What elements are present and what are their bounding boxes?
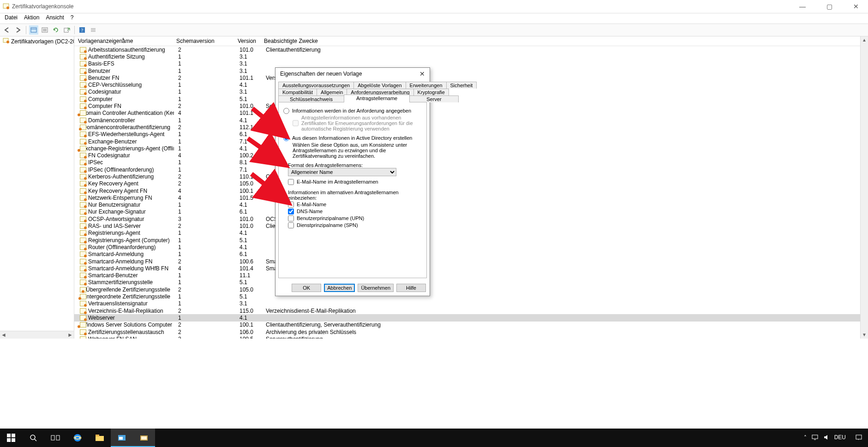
tab-subjectname[interactable]: Antragstellername — [344, 95, 410, 102]
tab-general[interactable]: Allgemein — [317, 89, 347, 95]
checkbox-san-spn-label: Dienstprinzipalname (SPN) — [297, 222, 358, 228]
cell-name: Computer — [88, 96, 113, 102]
checkbox-email-in-subject[interactable] — [288, 179, 294, 185]
col-header-schema[interactable]: Schemaversion — [173, 37, 234, 45]
subject-name-format-select[interactable]: Allgemeiner Name — [288, 168, 396, 176]
ad-note: Wählen Sie diese Option aus, um Konsiste… — [293, 142, 422, 159]
cell-name: OCSP-Antwortsignatur — [88, 216, 144, 222]
scroll-left-icon[interactable]: ◄ — [0, 332, 7, 338]
cert-icon — [80, 160, 86, 165]
menu-help[interactable]: ? — [71, 14, 74, 24]
col-header-purpose[interactable]: Beabsichtigte Zwecke — [260, 37, 868, 45]
cert-icon — [80, 202, 86, 208]
svg-point-15 — [6, 41, 9, 43]
svg-rect-35 — [812, 435, 818, 439]
toolbar-help-button[interactable]: ? — [78, 25, 87, 35]
menu-file[interactable]: Datei — [5, 14, 18, 24]
tab-security[interactable]: Sicherheit — [446, 82, 477, 89]
search-button[interactable] — [22, 429, 44, 447]
cell-name: Domänencontrollerauthentifizierung — [83, 124, 170, 131]
window-minimize-button[interactable]: — — [793, 3, 812, 10]
col-header-name[interactable]: ▲ Vorlagenanzeigename — [74, 37, 173, 45]
scroll-down-icon[interactable]: ▼ — [861, 331, 868, 339]
checkbox-san-email-label: E-Mail-Name — [297, 202, 326, 207]
checkbox-reuse-subject — [293, 115, 299, 131]
tab-superseded[interactable]: Abgelöste Vorlagen — [353, 82, 406, 89]
cert-icon — [80, 47, 86, 53]
cert-icon — [80, 251, 86, 257]
menu-action[interactable]: Aktion — [24, 14, 39, 24]
list-body[interactable]: Arbeitsstationsauthentifizierung2101.0Cl… — [74, 46, 868, 339]
task-view-button[interactable] — [44, 429, 66, 447]
cancel-button[interactable]: Abbrechen — [324, 284, 355, 292]
nav-forward-button[interactable] — [14, 25, 23, 35]
format-label: Format des Antragstellernamens: — [288, 162, 422, 168]
svg-rect-30 — [96, 435, 99, 436]
tab-crypto[interactable]: Kryptografie — [413, 89, 449, 95]
taskbar-ie-button[interactable] — [66, 429, 89, 447]
cell-purpose: Clientauthentifizierung — [262, 46, 868, 54]
tray-lang[interactable]: DEU — [834, 435, 846, 441]
tab-issuance[interactable]: Ausstellungsvoraussetzungen — [278, 82, 354, 89]
cell-purpose — [262, 56, 868, 58]
tray-up-icon[interactable]: ˄ — [804, 435, 807, 441]
cert-icon — [80, 118, 86, 123]
cell-name: Registrierungs-Agent — [88, 230, 140, 236]
checkbox-san-spn[interactable] — [288, 222, 294, 228]
table-row[interactable]: Webserver FN SAN2100.5Serverauthentifizi… — [74, 335, 868, 339]
window-close-button[interactable]: ✕ — [847, 3, 865, 10]
cert-icon — [80, 82, 86, 88]
cell-name: Webserver FN SAN — [88, 336, 137, 339]
scroll-right-icon[interactable]: ► — [66, 332, 74, 338]
toolbar-view-button[interactable] — [29, 25, 38, 35]
dialog-button-bar: OK Abbrechen Übernehmen Hilfe — [275, 281, 430, 296]
svg-rect-22 — [12, 438, 15, 442]
tab-extensions[interactable]: Erweiterungen — [406, 82, 447, 89]
cell-name: Key Recovery Agent — [88, 180, 138, 187]
tree-root-item[interactable]: Zertifikatvorlagen (DC2-2016.AD — [0, 36, 74, 46]
cell-name: Benutzer FN — [88, 75, 119, 81]
tab-server[interactable]: Server — [409, 95, 458, 102]
toolbar-export-button[interactable] — [62, 25, 72, 35]
cert-icon — [80, 259, 86, 264]
taskbar-app1-button[interactable] — [111, 429, 133, 447]
cert-icon — [80, 238, 86, 243]
taskbar-explorer-button[interactable] — [89, 429, 111, 447]
radio-supply-in-request[interactable] — [283, 108, 289, 114]
toolbar-refresh-button[interactable] — [51, 25, 60, 35]
checkbox-san-email[interactable] — [288, 202, 294, 208]
tab-compat[interactable]: Kompatibilität — [278, 89, 317, 95]
checkbox-san-dns[interactable] — [288, 209, 294, 215]
dialog-close-button[interactable]: ✕ — [418, 70, 427, 77]
tray-sound-icon[interactable] — [823, 434, 830, 442]
tray-notifications-icon[interactable] — [855, 434, 862, 442]
col-header-version[interactable]: Version — [234, 37, 260, 45]
cell-name: Nur Benutzersignatur — [88, 202, 140, 208]
apply-button[interactable]: Übernehmen — [358, 284, 394, 292]
window-maximize-button[interactable]: ▢ — [820, 3, 838, 10]
toolbar-list-button[interactable] — [89, 25, 98, 35]
checkbox-email-in-subject-label: E-Mail-Name im Antragstellernamen — [297, 179, 378, 185]
taskbar-mmc-button[interactable] — [133, 429, 155, 447]
toolbar-properties-button[interactable] — [40, 25, 49, 35]
scroll-up-icon[interactable]: ▲ — [861, 36, 868, 44]
app-icon — [3, 3, 9, 11]
cert-icon — [80, 195, 86, 201]
nav-back-button[interactable] — [3, 25, 12, 35]
tree-horizontal-scrollbar[interactable]: ◄ ► — [0, 331, 74, 339]
tray-network-icon[interactable] — [811, 434, 819, 442]
tab-keyattest[interactable]: Schlüsselnachweis — [278, 95, 344, 102]
help-button[interactable]: Hilfe — [396, 284, 426, 292]
radio-build-from-ad[interactable] — [283, 135, 289, 141]
cert-icon — [80, 280, 86, 285]
cell-schema: 2 — [174, 335, 236, 339]
cert-icon — [80, 131, 86, 137]
list-vertical-scrollbar[interactable]: ▲ ▼ — [860, 36, 868, 339]
svg-rect-26 — [56, 435, 60, 440]
start-button[interactable] — [0, 429, 22, 447]
cert-icon — [80, 167, 86, 173]
ok-button[interactable]: OK — [292, 284, 321, 292]
cert-icon — [80, 153, 86, 158]
checkbox-san-upn[interactable] — [288, 215, 294, 221]
menu-view[interactable]: Ansicht — [46, 14, 64, 24]
